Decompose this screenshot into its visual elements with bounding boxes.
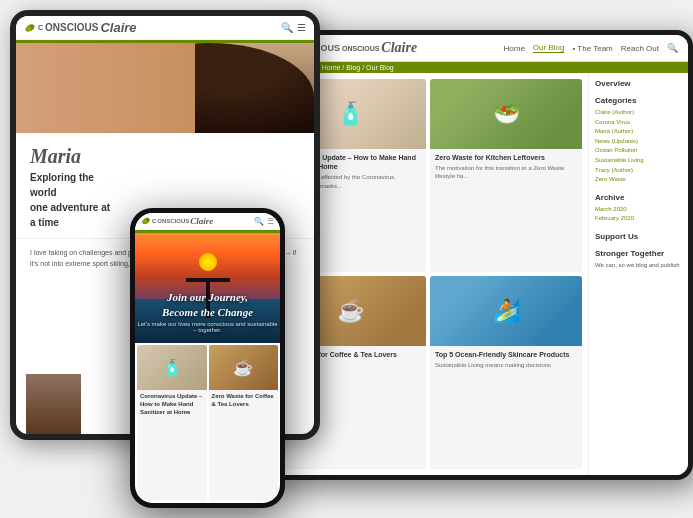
big-tablet: ONSCIOUS ONSCIOUS Claire Home Our Blog •…	[263, 30, 693, 480]
tablet-leaf-icon	[24, 22, 36, 34]
phone-leaf-icon	[141, 216, 151, 226]
phone-card-coffee[interactable]: ☕ Zero Waste for Coffee & Tea Lovers	[209, 345, 279, 501]
bt-nav-reach[interactable]: Reach Out	[621, 44, 659, 53]
kitchen-emoji: 🥗	[493, 101, 520, 127]
bt-sidebar-stronger: Stronger Together We can, so we blog and…	[595, 249, 682, 271]
phone-screen: C ONSCIOUS Claire 🔍 ☰ Join	[135, 213, 280, 503]
big-tablet-screen: ONSCIOUS ONSCIOUS Claire Home Our Blog •…	[268, 35, 688, 475]
phone-card-sanitizer-img: 🧴	[137, 345, 207, 390]
tablet-header-icons: 🔍 ☰	[281, 22, 306, 33]
ocean-emoji: 🏄	[493, 298, 520, 324]
bt-sidebar-cat-ocean[interactable]: Ocean Pollution	[595, 146, 682, 156]
phone-menu-icon[interactable]: ☰	[267, 217, 274, 226]
tablet-conscious: ONSCIOUS	[45, 22, 98, 33]
bt-sidebar-stronger-text: We can, so we blog and publish	[595, 261, 682, 271]
bt-archive-feb[interactable]: February 2020	[595, 214, 682, 224]
tagline-line2: world	[30, 187, 57, 198]
bt-sidebar-cat-sustain[interactable]: Sustainable Living	[595, 156, 682, 166]
tablet-header: C ONSCIOUS Claire 🔍 ☰	[16, 16, 314, 40]
tagline-line1: Exploring the	[30, 172, 94, 183]
tablet-menu-icon[interactable]: ☰	[297, 22, 306, 33]
bt-sidebar-support-title: Support Us	[595, 232, 682, 241]
bt-card-ocean-title: Top 5 Ocean-Friendly Skincare Products	[435, 350, 577, 359]
bt-sidebar-cat-claire[interactable]: Claire (Author)	[595, 108, 682, 118]
phone-logo: C ONSCIOUS Claire	[141, 216, 213, 226]
tablet-conscious-c: C	[38, 24, 43, 31]
bt-sidebar-cat-zero[interactable]: Zero Waste	[595, 175, 682, 185]
phone-header: C ONSCIOUS Claire 🔍 ☰	[135, 213, 280, 230]
phone-hero-title-line2: Become the Change	[162, 306, 253, 318]
bt-card-ocean[interactable]: 🏄 Top 5 Ocean-Friendly Skincare Products…	[430, 276, 582, 469]
bt-nav: Home Our Blog • The Team Reach Out 🔍	[504, 43, 678, 53]
phone-card-sanitizer-body: Coronavirus Update – How to Make Hand Sa…	[137, 390, 207, 501]
svg-point-4	[26, 26, 31, 31]
bt-claire: Claire	[381, 40, 417, 56]
bt-card-kitchen-body: Zero Waste for Kitchen Leftovers The mot…	[430, 149, 582, 272]
bt-card-kitchen-excerpt: The motivation for this transition to a …	[435, 164, 577, 181]
phone-card-coffee-img: ☕	[209, 345, 279, 390]
bt-card-ocean-img: 🏄	[430, 276, 582, 346]
phone-coffee-emoji: ☕	[233, 358, 253, 377]
bt-archive-march[interactable]: March 2020	[595, 205, 682, 215]
bt-sidebar-overview-title: Overview	[595, 79, 682, 88]
coffee-emoji: ☕	[337, 298, 364, 324]
bt-sidebar-archive: Archive March 2020 February 2020	[595, 193, 682, 224]
bt-sidebar-cat-tracy[interactable]: Tracy (Author)	[595, 166, 682, 176]
phone-search-icon[interactable]: 🔍	[254, 217, 264, 226]
sanitizer-emoji: 🧴	[337, 101, 364, 127]
tagline-line4: a time	[30, 217, 59, 228]
tablet-author-photo	[26, 374, 81, 434]
phone-card-sanitizer-title: Coronavirus Update – How to Make Hand Sa…	[140, 393, 204, 416]
bt-sidebar-cat-news[interactable]: News (Updates)	[595, 137, 682, 147]
phone-c: C	[152, 218, 156, 224]
bt-sidebar-cat-title: Categories	[595, 96, 682, 105]
bt-card-kitchen[interactable]: 🥗 Zero Waste for Kitchen Leftovers The m…	[430, 79, 582, 272]
phone-hero-overlay: Join our Journey, Become the Change Let'…	[135, 233, 280, 343]
bt-card-ocean-body: Top 5 Ocean-Friendly Skincare Products S…	[430, 346, 582, 469]
bt-card-ocean-excerpt: Sustainable Living means making decision…	[435, 361, 577, 369]
bt-sidebar-stronger-title: Stronger Together	[595, 249, 682, 258]
bt-sidebar-support: Support Us	[595, 232, 682, 241]
phone-hero-title: Join our Journey, Become the Change	[162, 290, 253, 319]
bt-sidebar: Overview Categories Claire (Author) Coro…	[588, 73, 688, 475]
bt-sidebar-cat-maria[interactable]: Maria (Author)	[595, 127, 682, 137]
bt-card-kitchen-img: 🥗	[430, 79, 582, 149]
tablet-logo: C ONSCIOUS Claire	[24, 20, 137, 35]
phone-hero-title-line1: Join our Journey,	[167, 291, 248, 303]
bt-search-icon[interactable]: 🔍	[667, 43, 678, 53]
bt-sidebar-cat-corona[interactable]: Corona Virus	[595, 118, 682, 128]
bt-card-kitchen-title: Zero Waste for Kitchen Leftovers	[435, 153, 577, 162]
bt-conscious-text: ONSCIOUS	[342, 45, 379, 52]
bt-sidebar-categories: Categories Claire (Author) Corona Virus …	[595, 96, 682, 185]
tablet-author-name: Maria	[30, 145, 300, 168]
bt-sidebar-archive-title: Archive	[595, 193, 682, 202]
svg-point-6	[143, 220, 147, 224]
tagline-line3: one adventure at	[30, 202, 110, 213]
phone-card-coffee-body: Zero Waste for Coffee & Tea Lovers	[209, 390, 279, 501]
phone-card-coffee-title: Zero Waste for Coffee & Tea Lovers	[212, 393, 276, 409]
phone: C ONSCIOUS Claire 🔍 ☰ Join	[130, 208, 285, 508]
phone-hero-subtitle: Let's make our lives more conscious and …	[135, 321, 280, 333]
bt-content: 🧴 Coronavirus Update – How to Make Hand …	[268, 73, 688, 475]
bt-nav-team[interactable]: • The Team	[572, 44, 612, 53]
phone-sanitizer-emoji: 🧴	[162, 358, 182, 377]
tablet-hero	[16, 43, 314, 133]
scene: ONSCIOUS ONSCIOUS Claire Home Our Blog •…	[0, 0, 693, 518]
bt-header: ONSCIOUS ONSCIOUS Claire Home Our Blog •…	[268, 35, 688, 62]
tablet-search-icon[interactable]: 🔍	[281, 22, 293, 33]
bt-breadcrumb: You are here: Home / Blog / Our Blog	[268, 62, 688, 73]
bt-nav-blog[interactable]: Our Blog	[533, 43, 565, 53]
phone-conscious: ONSCIOUS	[157, 218, 189, 224]
phone-cards: 🧴 Coronavirus Update – How to Make Hand …	[135, 343, 280, 503]
tablet-claire: Claire	[100, 20, 136, 35]
phone-claire: Claire	[190, 216, 213, 226]
phone-header-icons: 🔍 ☰	[254, 217, 274, 226]
phone-card-sanitizer[interactable]: 🧴 Coronavirus Update – How to Make Hand …	[137, 345, 207, 501]
phone-hero: Join our Journey, Become the Change Let'…	[135, 233, 280, 343]
bt-sidebar-overview: Overview	[595, 79, 682, 88]
bt-nav-home[interactable]: Home	[504, 44, 525, 53]
